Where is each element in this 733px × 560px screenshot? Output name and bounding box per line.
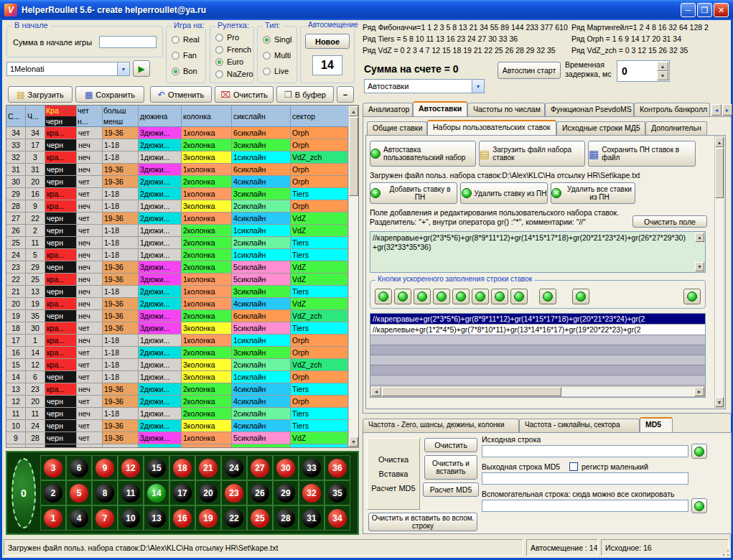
scroll-thumb[interactable] (715, 148, 724, 198)
close-button[interactable]: ✕ (714, 3, 729, 17)
table-row[interactable]: 3434кра...чет19-363дюжи...1колонка6сикла… (6, 127, 348, 139)
scroll-down-button[interactable]: ▼ (349, 437, 358, 447)
quick-fill-button[interactable] (491, 289, 508, 304)
tab-freq-zero-chances[interactable]: Частота - Zero, шансы, дюжины, колонки (363, 419, 519, 432)
subtab-additional[interactable]: Дополнительн (645, 121, 707, 135)
table-row[interactable]: 2722чернчет19-362дюжи...1колонка4сиклайн… (6, 213, 348, 225)
header-dozen[interactable]: дюжина (139, 106, 182, 126)
quick-fill-button[interactable] (394, 289, 411, 304)
md5-clear-paste-button[interactable]: Очистить и вставить (424, 455, 477, 480)
scroll-left-button[interactable]: ◄ (371, 387, 381, 396)
board-cell[interactable]: 14 (144, 480, 169, 505)
header-column[interactable]: колонка (182, 106, 232, 126)
board-cell[interactable]: 31 (299, 505, 325, 531)
board-cell[interactable]: 1 (40, 505, 66, 531)
board-cell[interactable]: 15 (144, 455, 169, 480)
board-cell[interactable]: 12 (118, 455, 144, 480)
play-button[interactable]: ▶ (133, 60, 150, 77)
table-row[interactable]: 3020чернчет19-362дюжи...2колонка4сиклайн… (6, 176, 348, 188)
board-cell[interactable]: 25 (247, 505, 273, 531)
quick-fill-button[interactable] (510, 289, 528, 304)
subtab-general-bets[interactable]: Общие ставки (367, 121, 427, 135)
table-row[interactable]: 813черннеч1-182дюжи...1колонка3сиклайнTi… (6, 444, 348, 448)
tab-md5[interactable]: MD5 (640, 417, 673, 432)
board-cell[interactable]: 36 (325, 455, 350, 480)
table-row[interactable]: 3131черннеч19-363дюжи...1колонка6сиклайн… (6, 164, 348, 176)
board-cell[interactable]: 6 (66, 455, 92, 480)
header-spin[interactable]: С... (6, 106, 26, 126)
md5-source-input[interactable] (482, 445, 688, 457)
load-button[interactable]: ▤Загрузить (8, 86, 73, 103)
table-row[interactable]: 2113черннеч1-182дюжи...1колонка3сиклайнT… (6, 286, 348, 298)
board-cell[interactable]: 33 (299, 455, 325, 480)
table-row[interactable]: 2019кра...неч19-362дюжи...1колонка4сикла… (6, 298, 348, 310)
radio-multi[interactable]: Multi (263, 51, 291, 60)
board-cell[interactable]: 4 (66, 505, 92, 531)
board-cell[interactable]: 35 (325, 480, 350, 505)
board-cell[interactable]: 26 (247, 480, 273, 505)
board-cell-zero[interactable]: 0 (11, 458, 36, 528)
board-cell[interactable]: 34 (325, 505, 350, 531)
md5-clear-button[interactable]: Очистить (424, 438, 477, 452)
header-sector[interactable]: сектор (291, 106, 348, 126)
autospin-start-button[interactable]: Автоспин старт (498, 62, 561, 79)
table-row[interactable]: 289кра...неч1-181дюжи...3колонка2сиклайн… (6, 200, 348, 213)
board-cell[interactable]: 16 (169, 505, 195, 531)
radio-fan[interactable]: Fan (172, 51, 197, 60)
board-cell[interactable]: 32 (299, 480, 325, 505)
scroll-thumb[interactable] (382, 387, 561, 396)
header-number[interactable]: Ч... (26, 106, 45, 126)
quick-fill-button[interactable] (433, 289, 450, 304)
bet-list-empty-item[interactable] (370, 365, 705, 375)
table-row[interactable]: 2329черннеч19-363дюжи...2колонка5сиклайн… (6, 261, 348, 274)
board-cell[interactable]: 3 (40, 455, 66, 480)
scroll-up-button[interactable]: ▲ (349, 106, 358, 116)
board-cell[interactable]: 18 (169, 455, 195, 480)
board-cell[interactable]: 29 (273, 480, 299, 505)
delete-bet-button[interactable]: − Удалить ставку из ПН (460, 182, 548, 204)
bet-list-empty-item[interactable] (370, 335, 705, 345)
quick-fill-button[interactable] (472, 289, 489, 304)
table-row[interactable]: 1024чернчет19-362дюжи...3колонка4сиклайн… (6, 420, 348, 432)
table-row[interactable]: 1323кра...неч19-362дюжи...2колонка4сикла… (6, 383, 348, 396)
scroll-down-button[interactable]: ▼ (715, 397, 724, 407)
spinner-down-button[interactable]: ▼ (657, 71, 668, 80)
save-button[interactable]: ▦Сохранить (75, 86, 144, 103)
to-buffer-button[interactable]: ❐В буфер (276, 86, 334, 103)
bet-list-empty-item[interactable] (370, 345, 705, 355)
table-row[interactable]: 1830кра...чет19-363дюжи...3колонка5сикла… (6, 322, 348, 335)
table-row[interactable]: 928чернчет19-363дюжи...1колонка5сиклайнV… (6, 432, 348, 444)
edit-scroll-down-button[interactable]: ▼ (695, 262, 704, 271)
md5-source-action-button[interactable] (691, 444, 707, 459)
table-row[interactable]: 1512кра...чет1-181дюжи...3колонка2сиклай… (6, 359, 348, 371)
quick-fill-button[interactable] (452, 289, 470, 304)
scroll-right-button[interactable]: ► (694, 387, 704, 396)
autobets-combo[interactable]: Автоставки ▼ (364, 79, 485, 93)
bet-list-item[interactable]: //кареправые+gr(2*3*5*6)+gr(8*9*11*12)+g… (370, 314, 705, 325)
preset-combo[interactable]: 1Melonati ▼ (6, 62, 130, 76)
board-cell[interactable]: 10 (118, 505, 144, 531)
save-bet-set-file-button[interactable]: ▦ Сохранить ПН ставок в файл (588, 141, 696, 167)
md5-calc-button[interactable]: Расчет MD5 (423, 482, 479, 497)
bet-list-item[interactable]: //карелевые+gr(1*2*4*5)+gr(7*8*10*11)+gr… (370, 325, 705, 335)
board-cell[interactable]: 27 (247, 455, 273, 480)
radio-euro[interactable]: Euro (215, 57, 243, 66)
quick-fill-button[interactable] (375, 289, 392, 304)
undo-button[interactable]: ↶Отменить (150, 86, 212, 103)
tab-bankroll-control[interactable]: Контроль банкролл (634, 103, 710, 116)
board-cell[interactable]: 17 (169, 480, 195, 505)
quick-fill-button[interactable] (539, 289, 556, 304)
minimize-button[interactable]: ─ (681, 3, 696, 17)
start-sum-input[interactable] (99, 36, 157, 48)
tab-autobets[interactable]: Автоставки (413, 101, 467, 116)
header-range[interactable]: больш менш (103, 106, 139, 126)
tab-analyzer[interactable]: Анализатор (363, 103, 413, 116)
table-row[interactable]: 146чернчет1-181дюжи...3колонка1сиклайнOr… (6, 371, 348, 383)
autobet-user-set-button[interactable]: Автоставка пользовательский набор (370, 141, 476, 167)
quick-fill-button[interactable] (572, 289, 589, 304)
subtab-user-bet-sets[interactable]: Наборы пользовательских ставок (427, 120, 556, 135)
table-row[interactable]: 2225кра...неч19-363дюжи...1колонка5сикла… (6, 274, 348, 286)
panel-vertical-scrollbar[interactable]: ▲ ▼ (714, 136, 724, 408)
bet-list-empty-item[interactable] (370, 375, 705, 386)
board-cell[interactable]: 23 (221, 480, 247, 505)
